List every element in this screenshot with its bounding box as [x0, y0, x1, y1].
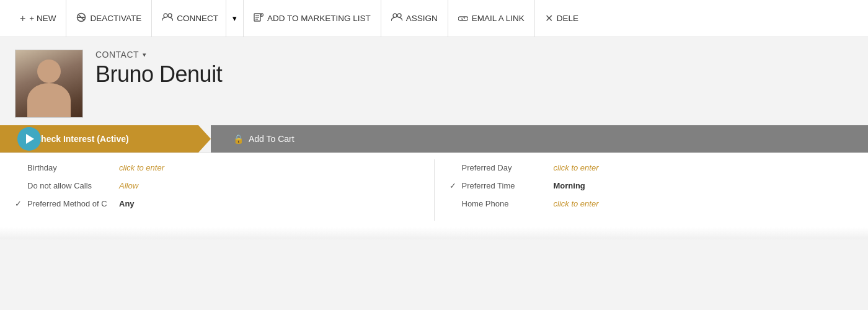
preferred-day-value[interactable]: click to enter	[554, 163, 599, 172]
add-marketing-label: ADD TO MARKETING LIST	[267, 14, 371, 23]
entity-type-label: CONTACT ▾	[95, 50, 853, 60]
entity-type-text: CONTACT	[95, 50, 139, 60]
email-link-label: EMAIL A LINK	[472, 14, 525, 23]
form-right-column: Preferred Day click to enter ✓ Preferred…	[435, 153, 869, 227]
process-locked-stage: 🔒 Add To Cart	[211, 125, 868, 153]
table-row: Birthday click to enter	[15, 163, 419, 172]
locked-stage-label: Add To Cart	[249, 134, 294, 144]
new-icon: +	[20, 13, 25, 24]
svg-point-3	[164, 14, 167, 17]
do-not-allow-calls-value[interactable]: Allow	[119, 181, 138, 190]
assign-button[interactable]: ASSIGN	[381, 0, 448, 37]
empty-check	[15, 163, 24, 172]
check-icon: ✓	[450, 181, 458, 190]
contact-name: Bruno Denuit	[95, 62, 853, 87]
table-row: ✓ Preferred Method of C Any	[15, 199, 419, 208]
play-icon	[26, 134, 34, 144]
entity-chevron-icon[interactable]: ▾	[143, 51, 147, 59]
empty-check	[450, 163, 458, 172]
deactivate-icon	[76, 12, 86, 25]
marketing-icon	[254, 12, 264, 25]
connect-main-button[interactable]: CONNECT	[152, 0, 226, 37]
preferred-time-label: ✓ Preferred Time	[450, 181, 549, 190]
empty-check	[15, 181, 24, 190]
form-grid: Birthday click to enter Do not allow Cal…	[0, 153, 868, 227]
delete-label: DELE	[557, 14, 578, 23]
preferred-day-label: Preferred Day	[450, 163, 549, 172]
delete-icon: ✕	[545, 12, 553, 24]
delete-button[interactable]: ✕ DELE	[535, 0, 588, 37]
avatar	[15, 50, 83, 118]
svg-point-4	[168, 14, 172, 17]
preferred-method-label: ✓ Preferred Method of C	[15, 199, 114, 208]
header: CONTACT ▾ Bruno Denuit	[0, 37, 868, 125]
new-button[interactable]: + + NEW	[10, 0, 66, 37]
table-row: Home Phone click to enter	[450, 199, 854, 208]
home-phone-label: Home Phone	[450, 199, 549, 208]
new-label: + NEW	[29, 14, 56, 23]
active-stage-label: Check Interest (Active)	[35, 134, 129, 144]
header-info: CONTACT ▾ Bruno Denuit	[95, 50, 853, 87]
toolbar: + + NEW DEACTIVATE CONNECT	[0, 0, 868, 37]
home-phone-value[interactable]: click to enter	[554, 199, 599, 208]
check-icon: ✓	[15, 199, 24, 208]
deactivate-label: DEACTIVATE	[90, 14, 141, 23]
connect-icon	[162, 13, 173, 24]
deactivate-button[interactable]: DEACTIVATE	[66, 0, 152, 37]
connect-dropdown-button[interactable]: ▾	[226, 0, 243, 37]
process-play-button[interactable]	[17, 127, 41, 151]
birthday-value[interactable]: click to enter	[119, 163, 164, 172]
bottom-fade	[0, 227, 868, 239]
table-row: Preferred Day click to enter	[450, 163, 854, 172]
assign-label: ASSIGN	[406, 14, 438, 23]
form-area: Birthday click to enter Do not allow Cal…	[0, 153, 868, 227]
process-bar: Check Interest (Active) 🔒 Add To Cart	[0, 125, 868, 153]
email-link-button[interactable]: EMAIL A LINK	[448, 0, 535, 37]
add-marketing-button[interactable]: ADD TO MARKETING LIST	[244, 0, 381, 37]
connect-label: CONNECT	[177, 14, 218, 23]
preferred-time-value[interactable]: Morning	[554, 181, 585, 190]
birthday-label: Birthday	[15, 163, 114, 172]
form-left-column: Birthday click to enter Do not allow Cal…	[0, 153, 434, 227]
assign-icon	[391, 13, 402, 24]
svg-point-13	[397, 14, 401, 17]
do-not-allow-calls-label: Do not allow Calls	[15, 181, 114, 190]
email-link-icon	[458, 13, 468, 24]
svg-point-12	[393, 14, 397, 17]
table-row: Do not allow Calls Allow	[15, 181, 419, 190]
lock-icon: 🔒	[233, 134, 244, 144]
table-row: ✓ Preferred Time Morning	[450, 181, 854, 190]
preferred-method-value[interactable]: Any	[119, 199, 135, 208]
empty-check	[450, 199, 458, 208]
chevron-down-icon: ▾	[232, 14, 237, 23]
connect-dropdown: CONNECT ▾	[152, 0, 244, 37]
